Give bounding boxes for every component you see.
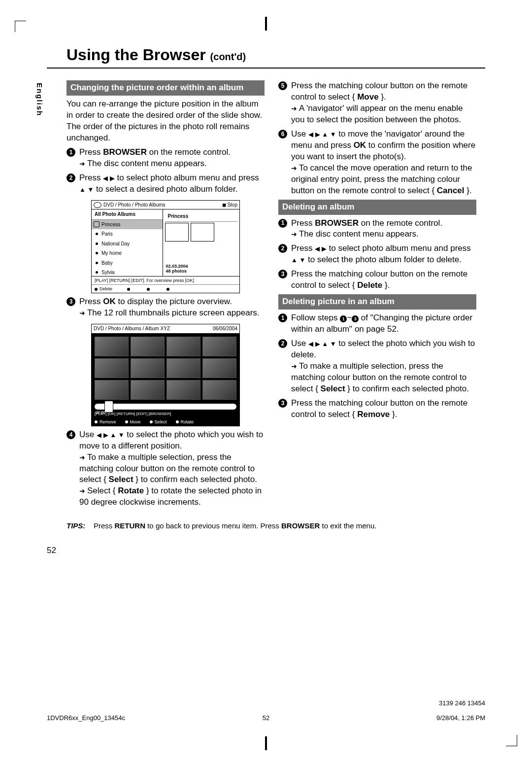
step-3-icon: 3 bbox=[66, 297, 75, 306]
page-title: Using the Browser (cont'd) bbox=[66, 44, 485, 66]
step-2-text: Press ◀ ▶ to select photo album menu and… bbox=[79, 173, 265, 195]
step-4-icon: 4 bbox=[66, 430, 75, 439]
result-text: The disc content menu appears. bbox=[291, 229, 442, 240]
step-2-icon: 2 bbox=[278, 339, 287, 348]
result-text: To make a multiple selection, press the … bbox=[79, 452, 265, 486]
footer-date: 9/28/04, 1:26 PM bbox=[436, 714, 485, 723]
step-1-icon: 1 bbox=[278, 219, 287, 228]
step-text: Use ◀ ▶ ▲ ▼ to select the photo which yo… bbox=[291, 338, 476, 395]
step-5-text: Press the matching colour button on the … bbox=[291, 80, 476, 126]
part-number: 3139 246 13454 bbox=[439, 699, 485, 708]
title-rule bbox=[47, 68, 485, 69]
step-1-icon: 1 bbox=[66, 148, 75, 157]
footer-file: 1DVDR6xx_Eng00_13454c bbox=[47, 714, 125, 723]
step-2-icon: 2 bbox=[278, 244, 287, 253]
step-text: Press ◀ ▶ to select photo album menu and… bbox=[291, 243, 476, 266]
section-heading: Changing the picture order within an alb… bbox=[66, 80, 265, 96]
step-3-icon: 3 bbox=[278, 399, 287, 408]
footer-page: 52 bbox=[263, 714, 269, 723]
left-column: Changing the picture order within an alb… bbox=[66, 77, 265, 511]
step-text: Follow steps 1~3 of "Changing the pictur… bbox=[291, 312, 476, 335]
thumbnail-screenshot: DVD / Photo / Albums / Album XYZ06/06/20… bbox=[91, 324, 240, 426]
step-text: Press the matching colour button on the … bbox=[291, 269, 476, 291]
page-number: 52 bbox=[47, 545, 485, 556]
result-text: The disc content menu appears. bbox=[79, 158, 231, 170]
step-3-icon: 3 bbox=[278, 270, 287, 278]
intro-text: You can re-arrange the picture position … bbox=[66, 99, 265, 144]
step-6-icon: 6 bbox=[278, 130, 287, 138]
tips-line: TIPS: Press RETURN to go back to previou… bbox=[66, 521, 485, 531]
step-3-text: Press OK to display the picture overview… bbox=[79, 296, 260, 319]
step-1-text: Press BROWSER on the remote control. The… bbox=[79, 147, 231, 170]
step-2-icon: 2 bbox=[66, 173, 75, 182]
album-menu-screenshot: DVD / Photo / Photo Albums◼ Stop All Pho… bbox=[91, 200, 240, 294]
result-text: A 'navigator' will appear on the menu en… bbox=[291, 103, 476, 126]
step-6-text: Use ◀ ▶ ▲ ▼ to move the 'navigator' arou… bbox=[291, 129, 476, 197]
result-text: To cancel the move operation and return … bbox=[291, 163, 476, 197]
section-heading: Deleting an album bbox=[278, 200, 476, 215]
result-text: The 12 roll thumbnails picture screen ap… bbox=[79, 308, 260, 319]
ref-1-icon: 1 bbox=[340, 315, 347, 322]
right-column: 5 Press the matching colour button on th… bbox=[278, 77, 476, 511]
result-text: Select { Rotate } to rotate the selected… bbox=[79, 485, 265, 508]
footer: 1DVDR6xx_Eng00_13454c 52 9/28/04, 1:26 P… bbox=[47, 714, 485, 723]
step-1-icon: 1 bbox=[278, 313, 287, 322]
ref-3-icon: 3 bbox=[352, 315, 359, 322]
step-5-icon: 5 bbox=[278, 81, 287, 90]
step-text: Press BROWSER on the remote control. The… bbox=[291, 218, 442, 241]
result-text: To make a multiple selection, press the … bbox=[291, 361, 476, 395]
step-4-text: Use ◀ ▶ ▲ ▼ to select the photo which yo… bbox=[79, 429, 265, 509]
language-tab: English bbox=[34, 83, 44, 116]
step-text: Press the matching colour button on the … bbox=[291, 398, 476, 420]
section-heading: Deleting picture in an album bbox=[278, 294, 476, 310]
